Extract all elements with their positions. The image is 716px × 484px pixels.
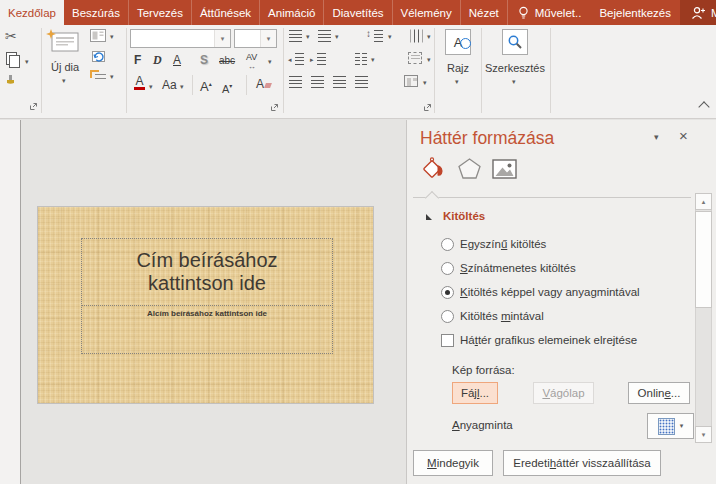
line-spacing-icon[interactable]	[374, 30, 383, 42]
slide-canvas[interactable]: Cím beírásához kattintson ide Alcím beír…	[38, 207, 373, 403]
align-left-icon[interactable]	[289, 76, 302, 88]
section-dropdown-arrow[interactable]: ▾	[110, 73, 114, 80]
textbox-dropdown-arrow[interactable]: ▾	[427, 56, 431, 63]
font-color-dropdown-arrow[interactable]: ▾	[149, 83, 153, 90]
radio-picture-fill-label[interactable]: Kitöltés képpel vagy anyagmintával	[460, 286, 640, 298]
pane-scrollbar[interactable]: ▴ ▾	[695, 193, 712, 443]
sign-in-button[interactable]: Bejelentkezés	[590, 0, 680, 25]
font-size-dropdown-arrow[interactable]: ▾	[260, 30, 276, 47]
share-button[interactable]: Megosztás	[680, 0, 716, 25]
radio-gradient-fill-label[interactable]: Színátmenetes kitöltés	[460, 262, 576, 274]
font-name-combo[interactable]: ▾	[130, 29, 231, 48]
hide-background-label[interactable]: Háttér grafikus elemeinek elrejtése	[460, 334, 637, 346]
font-color-button[interactable]: A	[134, 76, 145, 90]
strikethrough-button[interactable]: abc	[219, 54, 235, 68]
paragraph-dialog-launcher-icon[interactable]	[423, 103, 432, 112]
fill-section-collapse-icon[interactable]	[426, 214, 432, 220]
italic-button[interactable]: D	[153, 53, 162, 67]
editing-dropdown-arrow[interactable]: ▾	[512, 78, 516, 85]
bold-button[interactable]: F	[134, 53, 141, 67]
editing-group-label[interactable]: Szerkesztés	[484, 62, 546, 74]
fill-section-header[interactable]: Kitöltés	[443, 210, 485, 222]
justify-icon[interactable]	[355, 76, 368, 88]
grow-font-button[interactable]: A▴	[200, 77, 212, 94]
editing-button[interactable]	[502, 29, 528, 55]
clipboard-dialog-launcher-icon[interactable]	[29, 102, 38, 111]
underline-button[interactable]: A	[173, 53, 181, 67]
scroll-down-button[interactable]: ▾	[695, 426, 712, 443]
picture-tab-icon[interactable]	[492, 158, 517, 180]
subtitle-placeholder[interactable]: Alcím beírásához kattintson ide	[81, 305, 333, 354]
change-case-dropdown-arrow[interactable]: ▾	[180, 83, 184, 90]
tab-diavetites[interactable]: Diavetítés	[324, 0, 392, 25]
tell-me-button[interactable]: Művelet..	[508, 0, 591, 25]
shrink-font-button[interactable]: A▾	[222, 79, 232, 96]
radio-solid-fill[interactable]	[441, 238, 454, 251]
scrollbar-thumb[interactable]	[695, 211, 712, 308]
online-button[interactable]: Online...	[628, 382, 690, 404]
numbering-dropdown-arrow[interactable]: ▾	[335, 33, 339, 40]
text-direction-dropdown-arrow[interactable]: ▾	[427, 33, 431, 40]
numbering-icon[interactable]	[318, 30, 331, 42]
tab-velemeny[interactable]: Vélemény	[393, 0, 461, 25]
apply-to-all-button[interactable]: Mindegyik	[413, 450, 493, 476]
line-spacing-dropdown-arrow[interactable]: ▾	[388, 33, 392, 40]
textbox-icon[interactable]	[408, 52, 422, 64]
tab-kezdolap[interactable]: Kezdőlap	[0, 0, 64, 25]
character-spacing-button[interactable]: AV ↔	[246, 52, 257, 71]
pane-options-arrow-icon[interactable]: ▾	[654, 132, 659, 142]
radio-picture-fill[interactable]	[441, 286, 454, 299]
radio-pattern-fill[interactable]	[441, 310, 454, 323]
columns-icon-right[interactable]	[362, 53, 367, 65]
radio-gradient-fill[interactable]	[441, 262, 454, 275]
align-right-icon[interactable]	[333, 76, 346, 88]
increase-indent-icon[interactable]	[317, 53, 326, 65]
decrease-indent-icon[interactable]	[295, 53, 304, 65]
hide-background-checkbox[interactable]	[441, 334, 454, 347]
new-slide-button[interactable]	[46, 29, 84, 53]
collapse-ribbon-icon[interactable]	[698, 101, 709, 112]
file-button[interactable]: Fájl...	[452, 382, 498, 404]
texture-dropdown[interactable]: ▾	[647, 413, 694, 439]
layout-dropdown-arrow[interactable]: ▾	[110, 33, 114, 40]
clear-formatting-button[interactable]: A	[256, 77, 271, 91]
tab-nezet[interactable]: Nézet	[461, 0, 508, 25]
cut-icon[interactable]: ✂	[5, 28, 17, 44]
radio-pattern-fill-label[interactable]: Kitöltés mintával	[460, 310, 544, 322]
tab-attunesek[interactable]: Áttűnések	[192, 0, 260, 25]
format-painter-icon[interactable]	[5, 75, 16, 88]
title-placeholder[interactable]: Cím beírásához kattintson ide	[81, 238, 333, 306]
section-icon[interactable]	[90, 70, 106, 82]
tab-tervezes[interactable]: Tervezés	[129, 0, 192, 25]
draw-group-label[interactable]: Rajz	[437, 62, 479, 74]
columns-icon-left[interactable]	[355, 53, 360, 65]
new-slide-dropdown-arrow[interactable]: ▾	[62, 77, 66, 84]
tab-animacio[interactable]: Animáció	[260, 0, 324, 25]
layout-button[interactable]	[90, 29, 106, 45]
new-slide-label[interactable]: Új dia	[42, 61, 88, 73]
bullets-dropdown-arrow[interactable]: ▾	[306, 33, 310, 40]
change-case-button[interactable]: Aa	[162, 78, 177, 92]
draw-button[interactable]: A	[445, 29, 471, 55]
bullets-icon[interactable]	[289, 30, 302, 42]
slide-thumbnail-pane[interactable]	[0, 120, 21, 484]
align-center-icon[interactable]	[311, 76, 324, 88]
tab-beszuras[interactable]: Beszúrás	[64, 0, 129, 25]
font-dialog-launcher-icon[interactable]	[270, 103, 279, 112]
convert-smartart-icon[interactable]	[404, 75, 418, 87]
copy-dropdown-arrow[interactable]: ▾	[25, 58, 29, 65]
draw-dropdown-arrow[interactable]: ▾	[455, 78, 459, 85]
radio-solid-fill-label[interactable]: Egyszínű kitöltés	[460, 238, 546, 250]
columns-dropdown-arrow[interactable]: ▾	[371, 56, 375, 63]
font-size-combo[interactable]: ▾	[234, 29, 277, 48]
fill-tab-icon[interactable]	[421, 155, 448, 182]
smartart-dropdown-arrow[interactable]: ▾	[423, 79, 427, 86]
font-name-dropdown-arrow[interactable]: ▾	[214, 30, 230, 47]
character-spacing-dropdown-arrow[interactable]: ▾	[268, 58, 272, 65]
reset-slide-button[interactable]	[90, 49, 106, 65]
text-shadow-button[interactable]: S	[200, 53, 208, 67]
reset-background-button[interactable]: Eredeti háttér visszaállítása	[503, 450, 661, 476]
copy-icon[interactable]	[6, 52, 17, 65]
pane-close-icon[interactable]: ×	[679, 127, 688, 144]
text-direction-icon[interactable]	[411, 30, 423, 43]
